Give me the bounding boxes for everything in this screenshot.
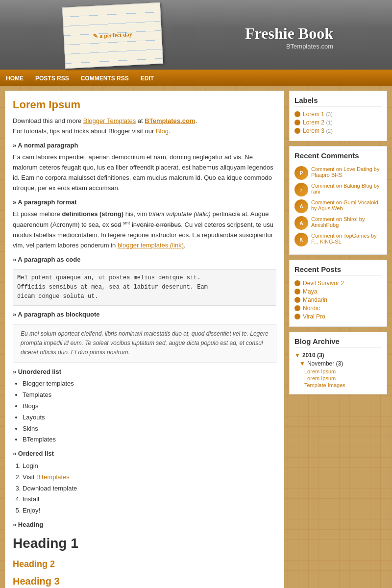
ol-item-4: Install xyxy=(23,494,276,505)
comment-text-3: Comment on Gumi Vocaloid by Agus Web xyxy=(311,199,382,211)
comment-avatar-1: P xyxy=(294,166,308,180)
del-text-1: sed xyxy=(111,221,121,229)
comment-link-1[interactable]: Comment on Love Dating by Plaapro BHS xyxy=(311,166,379,178)
ul-item-4: Layouts xyxy=(23,413,276,423)
archive-post-1[interactable]: Lorem Ipsum xyxy=(304,368,382,374)
recent-comments-title: Recent Comments xyxy=(294,151,382,162)
recent-post-link-4[interactable]: Nordic xyxy=(303,305,320,312)
strong-text: definitiones (strong) xyxy=(62,210,123,218)
labels-title: Labels xyxy=(294,96,382,107)
ol-item-3: Download template xyxy=(23,484,276,494)
comment-2: r Comment on Baking Blog by rani xyxy=(294,183,382,196)
btemplates-link-1[interactable]: BTemplates.com xyxy=(145,117,195,124)
comment-5: K Comment on TopGames by F... KING-SL xyxy=(294,233,382,246)
section-code: A paragraph as code xyxy=(13,255,276,265)
post-1-title: Lorem Ipsum xyxy=(13,98,276,111)
blockquote-block: Eu mei solum oporteat eleifend, libris n… xyxy=(13,324,276,363)
label-item-1: Lorem 1 (3) xyxy=(294,111,382,118)
ul-item-6: BTemplates xyxy=(23,435,276,445)
recent-post-1: Devil Survivor 2 xyxy=(294,280,382,287)
section-unordered-list: Unordered list xyxy=(13,367,276,377)
archive-post-3[interactable]: Template Images xyxy=(304,382,382,388)
recent-post-link-5[interactable]: Viral Pro xyxy=(303,313,325,320)
recent-post-dot-2 xyxy=(294,289,300,294)
recent-post-dot-4 xyxy=(294,305,300,311)
post-1-intro: Download this and more Blogger Templates… xyxy=(13,116,276,137)
site-subtitle: BTemplates.com xyxy=(245,43,333,50)
month-count: (3) xyxy=(336,360,343,367)
comment-4: A Comment on Shiro! by AmishPubg xyxy=(294,216,382,230)
blog-link-1[interactable]: Blog xyxy=(156,127,169,135)
code-block: Mel putent quaeque an, ut postea melius … xyxy=(13,269,276,306)
ul-item-5: Skins xyxy=(23,424,276,434)
section-ordered-list: Ordered list xyxy=(13,449,276,459)
ul-item-2: Templates xyxy=(23,390,276,400)
comment-text-1: Comment on Love Dating by Plaapro BHS xyxy=(311,166,382,178)
comment-link-4[interactable]: Comment on Shiro! by AmishPubg xyxy=(311,216,365,228)
comment-avatar-3: A xyxy=(294,199,308,213)
header-titles: Freshie Book BTemplates.com xyxy=(245,24,333,50)
section-para-format: A paragraph format xyxy=(13,197,276,208)
section-heading-demo: Heading xyxy=(13,520,276,530)
recent-post-dot-1 xyxy=(294,280,300,286)
header-notebook: ✎ a perfect day xyxy=(62,2,163,69)
nav-home[interactable]: HOME xyxy=(0,71,29,86)
heading-2: Heading 2 xyxy=(13,557,276,571)
comment-avatar-2: r xyxy=(294,183,308,196)
main-content: Lorem Ipsum Download this and more Blogg… xyxy=(5,91,284,588)
ol-item-5: Enjoy! xyxy=(23,506,276,516)
section-normal-para: A normal paragraph xyxy=(13,141,276,151)
blogger-templates-link-1[interactable]: Blogger Templates xyxy=(83,117,136,124)
comment-link-3[interactable]: Comment on Gumi Vocaloid by Agus Web xyxy=(311,199,378,211)
recent-comments-section: Recent Comments P Comment on Love Dating… xyxy=(289,146,387,255)
blog-archive-section: Blog Archive ▼ 2010 (3) ▼ November (3) L… xyxy=(289,332,387,394)
recent-post-link-1[interactable]: Devil Survivor 2 xyxy=(303,280,344,287)
recent-post-5: Viral Pro xyxy=(294,313,382,320)
comment-avatar-4: A xyxy=(294,216,308,230)
heading-1: Heading 1 xyxy=(13,533,276,555)
format-para-text: Et posse meliore definitiones (strong) h… xyxy=(13,209,276,251)
label-item-3: Lorem 3 (2) xyxy=(294,127,382,134)
year-triangle: ▼ xyxy=(294,352,300,359)
normal-para-text: Ea cam labores imperdiet, aperian democr… xyxy=(13,152,276,193)
recent-post-dot-3 xyxy=(294,297,300,303)
comment-3: A Comment on Gumi Vocaloid by Agus Web xyxy=(294,199,382,213)
post-1-body: Download this and more Blogger Templates… xyxy=(13,116,276,588)
label-item-2: Lorem 2 (1) xyxy=(294,119,382,126)
comment-link-2[interactable]: Comment on Baking Blog by rani xyxy=(311,183,379,195)
label-link-3[interactable]: Lorem 3 xyxy=(303,127,324,134)
nav-comments-rss[interactable]: COMMENTS RSS xyxy=(75,71,135,86)
italic-text: tritani vulputate (italic) xyxy=(148,210,210,218)
label-count-3: (2) xyxy=(326,128,332,134)
comment-link-5[interactable]: Comment on TopGames by F... KING-SL xyxy=(311,233,377,245)
label-dot-3 xyxy=(294,128,300,134)
ul-item-1: Blogger templates xyxy=(23,379,276,389)
nav-posts-rss[interactable]: POSTS RSS xyxy=(29,71,75,86)
label-dot-1 xyxy=(294,111,300,117)
page-wrapper: Lorem Ipsum Download this and more Blogg… xyxy=(0,86,392,588)
blog-archive-title: Blog Archive xyxy=(294,337,382,348)
recent-post-dot-5 xyxy=(294,314,300,319)
blogger-templates-link-format[interactable]: blogger templates (link) xyxy=(118,242,184,249)
recent-post-3: Mandarin xyxy=(294,296,382,303)
month-label: November xyxy=(307,360,334,367)
del-text-2: invenire erroribus xyxy=(132,221,181,229)
label-link-1[interactable]: Lorem 1 xyxy=(303,111,324,118)
recent-post-link-2[interactable]: Maya xyxy=(303,288,317,295)
archive-post-2[interactable]: Lorem Ipsum xyxy=(304,375,382,381)
comment-text-4: Comment on Shiro! by AmishPubg xyxy=(311,216,382,228)
ul-item-3: Blogs xyxy=(23,401,276,412)
label-dot-2 xyxy=(294,120,300,125)
site-header: ✎ a perfect day Freshie Book BTemplates.… xyxy=(0,0,392,71)
btemplates-ol-link[interactable]: BTemplates xyxy=(36,473,70,481)
comment-1: P Comment on Love Dating by Plaapro BHS xyxy=(294,166,382,180)
year-count: (3) xyxy=(317,352,324,359)
section-blockquote: A paragraph as blockquote xyxy=(13,310,276,320)
ordered-list: Login Visit BTemplates Download template… xyxy=(23,461,276,516)
recent-post-2: Maya xyxy=(294,288,382,295)
label-count-1: (3) xyxy=(326,111,332,117)
label-link-2[interactable]: Lorem 2 xyxy=(303,119,324,126)
nav-edit[interactable]: EDIT xyxy=(135,71,160,86)
recent-post-link-3[interactable]: Mandarin xyxy=(303,296,327,303)
year-label: 2010 xyxy=(302,352,316,359)
